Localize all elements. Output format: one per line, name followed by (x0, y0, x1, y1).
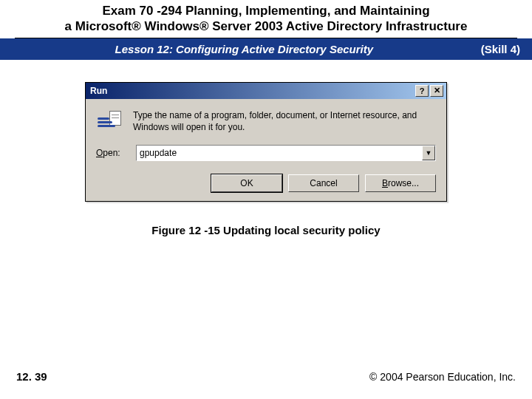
open-label: Open: (96, 148, 129, 158)
page-number: 12. 39 (16, 370, 47, 383)
ok-button[interactable]: OK (211, 174, 282, 192)
cancel-button[interactable]: Cancel (288, 174, 359, 192)
slide-content: Run ? ✕ Type the name of a program, fold… (0, 60, 532, 236)
exam-title-line1: Exam 70 -294 Planning, Implementing, and… (7, 3, 525, 18)
slide-footer: 12. 39 © 2004 Pearson Education, Inc. (0, 361, 532, 399)
help-icon: ? (420, 86, 425, 95)
run-dialog: Run ? ✕ Type the name of a program, fold… (85, 82, 447, 202)
browse-button[interactable]: Browse... (365, 174, 436, 192)
lesson-title: Lesson 12: Configuring Active Directory … (7, 43, 481, 55)
dialog-button-row: OK Cancel Browse... (96, 174, 436, 192)
dialog-body: Type the name of a program, folder, docu… (86, 99, 446, 201)
lesson-band: Lesson 12: Configuring Active Directory … (0, 38, 532, 60)
dropdown-button[interactable]: ▼ (422, 146, 435, 160)
close-icon: ✕ (434, 86, 440, 95)
open-combobox[interactable]: ▼ (136, 145, 436, 161)
run-instruction-text: Type the name of a program, folder, docu… (133, 109, 436, 133)
run-icon (96, 109, 124, 133)
titlebar: Run ? ✕ (86, 83, 446, 99)
exam-title-line2: a Microsoft® Windows® Server 2003 Active… (7, 18, 525, 34)
figure-caption: Figure 12 -15 Updating local security po… (0, 224, 532, 236)
chevron-down-icon: ▼ (426, 149, 432, 157)
close-button[interactable]: ✕ (430, 85, 443, 97)
skill-label: (Skill 4) (481, 43, 525, 55)
copyright-text: © 2004 Pearson Education, Inc. (369, 371, 516, 383)
dialog-title: Run (89, 86, 414, 96)
open-input[interactable] (137, 146, 422, 160)
help-button[interactable]: ? (415, 85, 429, 97)
slide-header: Exam 70 -294 Planning, Implementing, and… (0, 0, 532, 36)
